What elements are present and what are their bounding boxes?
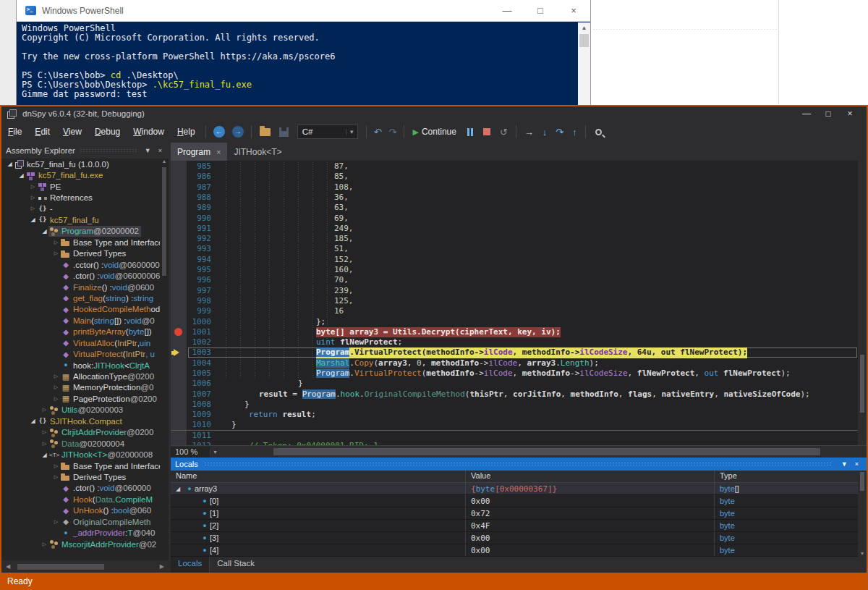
scrollbar-thumb[interactable] bbox=[860, 472, 864, 491]
save-all-button[interactable] bbox=[279, 127, 289, 137]
scrollbar-track[interactable] bbox=[14, 564, 156, 570]
language-selector[interactable]: C#▼ bbox=[297, 125, 358, 139]
menu-edit[interactable]: Edit bbox=[28, 127, 56, 137]
locals-panel-header[interactable]: Locals ▼ × bbox=[171, 458, 867, 471]
tree-item[interactable]: ◆Main(string[]) : void @0 bbox=[1, 315, 160, 326]
code-line[interactable]: 1001byte[] array3 = Utils.Decrypt(cipher… bbox=[171, 327, 858, 337]
tree-item[interactable]: ◆UnHook() : bool @060 bbox=[1, 505, 160, 516]
menu-view[interactable]: View bbox=[56, 127, 88, 137]
code-line[interactable]: 1008} bbox=[171, 400, 858, 410]
locals-vertical-scrollbar[interactable]: ▼ bbox=[858, 471, 867, 557]
code-line[interactable]: 1002uint flNewProtect; bbox=[171, 337, 858, 347]
tree-expander-icon[interactable]: ◢ bbox=[29, 216, 37, 223]
navigate-back-button[interactable]: ← bbox=[213, 126, 225, 138]
stop-debugging-button[interactable] bbox=[483, 128, 490, 135]
tree-item[interactable]: ◆HookedCompileMethod(IntPtr bbox=[1, 304, 160, 315]
code-line[interactable]: 1011 bbox=[171, 431, 858, 441]
open-file-button[interactable] bbox=[260, 128, 271, 136]
code-line[interactable]: 99069, bbox=[171, 214, 858, 224]
tree-horizontal-scrollbar[interactable]: ◀ ▶ bbox=[1, 560, 169, 573]
window-maximize-button[interactable]: □ bbox=[817, 109, 839, 119]
step-over-button[interactable]: ↷ bbox=[556, 127, 563, 138]
tool-tab-call-stack[interactable]: Call Stack bbox=[210, 557, 262, 573]
code-line[interactable]: 1010} bbox=[171, 421, 858, 431]
tree-item[interactable]: ◆.ctor() : void @060000 bbox=[1, 483, 160, 494]
column-header-type[interactable]: Type bbox=[715, 471, 858, 482]
scroll-up-icon[interactable]: ▲ bbox=[578, 22, 590, 31]
locals-row[interactable]: ●[1]0x72byte bbox=[171, 507, 858, 520]
code-line[interactable]: 1003Program.VirtualProtect(methodInfo->i… bbox=[171, 347, 858, 358]
code-line[interactable]: 99916 bbox=[171, 306, 858, 316]
step-out-button[interactable]: ↑ bbox=[572, 127, 577, 138]
zoom-dropdown-icon[interactable]: ▼ bbox=[210, 450, 220, 455]
locals-row[interactable]: ●[0]0x00byte bbox=[171, 495, 858, 507]
panel-menu-icon[interactable]: ▼ bbox=[141, 147, 155, 154]
variable-value[interactable]: 0x72 bbox=[466, 507, 715, 519]
tree-item[interactable]: ◆.cctor() : void @06000005 bbox=[1, 259, 160, 270]
tree-item[interactable]: ▷▦AllocationType @0200 bbox=[1, 371, 160, 382]
tree-item[interactable]: ▷▦MemoryProtection @0 bbox=[1, 382, 160, 393]
show-next-statement-button[interactable]: → bbox=[524, 127, 534, 138]
window-close-button[interactable]: × bbox=[839, 109, 861, 119]
tree-item[interactable]: ◢Program @02000002 bbox=[1, 226, 160, 237]
tab-jithook-t-[interactable]: JITHook<T> bbox=[227, 143, 288, 161]
tree-item[interactable]: ▷Derived Types bbox=[1, 471, 160, 482]
step-into-button[interactable]: ↓ bbox=[542, 127, 548, 138]
tree-expander-icon[interactable]: ▷ bbox=[52, 463, 60, 469]
chevron-down-icon[interactable]: ▼ bbox=[346, 129, 357, 135]
tree-item[interactable]: ◢{}kc57_final_fu bbox=[1, 214, 160, 225]
powershell-maximize-button[interactable]: □ bbox=[524, 0, 557, 22]
window-minimize-button[interactable]: — bbox=[796, 109, 817, 119]
code-horizontal-scrollbar[interactable] bbox=[223, 448, 864, 455]
scroll-down-icon[interactable]: ▼ bbox=[858, 551, 867, 556]
tree-item[interactable]: ◆Hook(Data.CompileM bbox=[1, 494, 160, 505]
column-header-name[interactable]: Name bbox=[171, 471, 466, 482]
code-line[interactable]: 994152, bbox=[171, 255, 858, 265]
tree-expander-icon[interactable]: ▷ bbox=[29, 206, 37, 211]
continue-button[interactable]: ▶ bbox=[412, 127, 418, 137]
tree-expander-icon[interactable]: ▷ bbox=[52, 384, 60, 390]
tree-item[interactable]: ▷▦PageProtection @0200 bbox=[1, 393, 160, 404]
tree-item[interactable]: ◆VirtualAlloc(IntPtr, uin bbox=[1, 337, 160, 348]
locals-row[interactable]: ◢●array3{byte[0x00000367]}byte[] bbox=[171, 483, 858, 495]
panel-close-icon[interactable]: × bbox=[155, 147, 166, 154]
powershell-scrollbar[interactable]: ▲ bbox=[578, 22, 590, 106]
powershell-titlebar[interactable]: Windows PowerShell — □ × bbox=[17, 0, 590, 22]
column-header-value[interactable]: Value bbox=[466, 471, 715, 482]
search-icon[interactable] bbox=[595, 129, 602, 135]
code-line[interactable]: 1007result = Program.hook.OriginalCompil… bbox=[171, 389, 858, 400]
tree-item[interactable]: ▷◆OriginalCompileMeth bbox=[1, 516, 160, 527]
menu-window[interactable]: Window bbox=[127, 127, 171, 137]
tree-item[interactable]: ◆.ctor() : void @06000006 bbox=[1, 270, 160, 281]
powershell-minimize-button[interactable]: — bbox=[490, 0, 524, 22]
tree-expander-icon[interactable]: ▷ bbox=[52, 474, 60, 480]
tree-expander-icon[interactable]: ▷ bbox=[41, 541, 48, 547]
zoom-level[interactable]: 100 % bbox=[171, 447, 210, 458]
tree-item[interactable]: ▷Data @02000004 bbox=[1, 438, 160, 449]
code-line[interactable]: 995160, bbox=[171, 265, 858, 275]
variable-value[interactable]: {byte[0x00000367]} bbox=[466, 483, 715, 494]
dnspy-titlebar[interactable]: dnSpy v6.0.4 (32-bit, Debugging) —□× bbox=[1, 106, 867, 121]
locals-row[interactable]: ●[2]0x4Fbyte bbox=[171, 520, 858, 532]
tree-item[interactable]: ▷Base Type and Interfaces bbox=[1, 460, 160, 471]
tree-expander-icon[interactable]: ▷ bbox=[52, 519, 60, 525]
scrollbar-thumb[interactable] bbox=[162, 167, 166, 276]
panel-menu-icon[interactable]: ▼ bbox=[838, 460, 851, 468]
tab-program[interactable]: Program× bbox=[171, 143, 227, 161]
tree-expander-icon[interactable]: ▷ bbox=[41, 407, 48, 413]
tree-item[interactable]: ●hook : JITHook<ClrjtA bbox=[1, 360, 160, 371]
powershell-close-button[interactable]: × bbox=[557, 0, 590, 22]
variable-value[interactable]: 0x00 bbox=[466, 532, 715, 544]
tree-item[interactable]: ◆printByteArray(byte[]) bbox=[1, 326, 160, 337]
navigate-forward-button[interactable]: → bbox=[232, 126, 244, 138]
tool-tab-locals[interactable]: Locals bbox=[171, 557, 210, 573]
tree-expander-icon[interactable]: ▷ bbox=[41, 441, 48, 447]
code-line[interactable]: 99351, bbox=[171, 244, 858, 254]
tree-item[interactable]: ◆VirtualProtect(IntPtr, u bbox=[1, 348, 160, 359]
tree-item[interactable]: ▷MscorjitAddrProvider @02 bbox=[1, 539, 160, 549]
tree-expander-icon[interactable]: ◢ bbox=[6, 161, 14, 167]
tree-item[interactable]: ◆get_flag(string) : string bbox=[1, 292, 160, 303]
code-line[interactable]: 1006} bbox=[171, 379, 858, 389]
tree-item[interactable]: ▷Base Type and Interfaces bbox=[1, 237, 160, 248]
variable-value[interactable]: 0x00 bbox=[466, 495, 715, 507]
